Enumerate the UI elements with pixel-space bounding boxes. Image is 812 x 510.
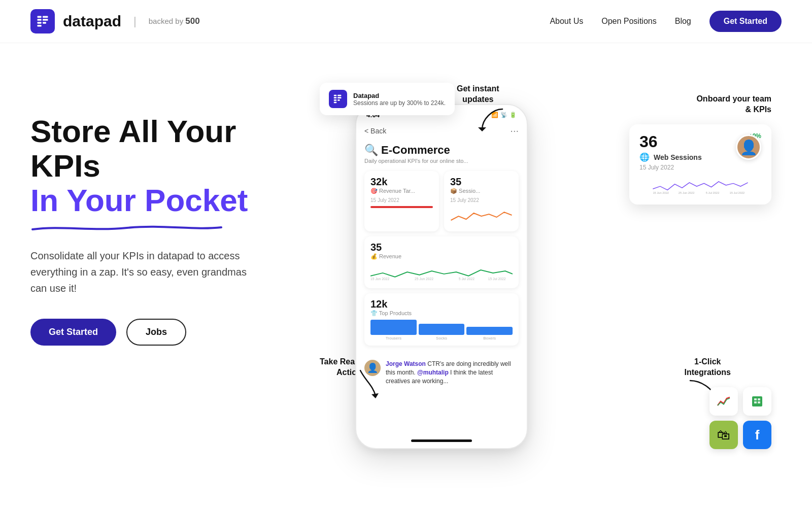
kpi-value-revenue: 35 <box>370 242 513 253</box>
kpi-label-1: 📦 Sessio... <box>450 188 513 194</box>
logo-text: datapad <box>63 13 121 30</box>
kpi-label-revenue: 💰 Revenue <box>370 253 513 260</box>
nav-open-positions[interactable]: Open Positions <box>601 17 657 26</box>
ecom-desc: Daily operational KPI's for our online s… <box>364 158 519 164</box>
svg-rect-3 <box>38 25 42 27</box>
datapad-logo-svg <box>36 14 50 28</box>
hero-title-line1: Store All Your KPIs <box>30 114 294 183</box>
nav-get-started-button[interactable]: Get Started <box>709 11 782 32</box>
nav-divider: | <box>133 15 137 28</box>
kpi-value-products: 12k <box>370 298 513 310</box>
annotation-onboard: Onboard your team& KPIs <box>696 94 771 115</box>
int-card-sheets <box>743 387 771 416</box>
sheets-icon <box>749 393 765 410</box>
hero-title-line2: In Your Pocket <box>30 183 294 218</box>
hero-buttons: Get Started Jobs <box>30 319 294 346</box>
kpi-date-1: 15 July 2022 <box>450 197 513 203</box>
svg-rect-0 <box>38 16 42 18</box>
kd-title: Web Sessions <box>654 153 702 161</box>
svg-rect-2 <box>38 22 42 23</box>
svg-rect-13 <box>334 99 337 101</box>
kpi-label-0: 🎯 Revenue Tar... <box>370 188 433 194</box>
kpi-grid: 32k 🎯 Revenue Tar... 15 July 2022 35 📦 S… <box>364 171 519 231</box>
kd-sparkline-chart: 15 Jun 2022 25 Jun 2022 5 Jul 2022 15 Ju… <box>639 176 761 194</box>
svg-rect-15 <box>337 95 341 96</box>
kpi-date-0: 15 July 2022 <box>370 197 433 203</box>
svg-rect-5 <box>43 19 48 21</box>
svg-text:25 Jun 2022: 25 Jun 2022 <box>679 191 695 194</box>
svg-text:15 Jun 2022: 15 Jun 2022 <box>653 191 669 194</box>
svg-rect-16 <box>337 97 341 98</box>
svg-rect-32 <box>758 401 760 403</box>
hero-description: Consolidate all your KPIs in datapad to … <box>30 248 264 296</box>
svg-rect-30 <box>758 398 760 400</box>
kpi-card-revenue: 35 💰 Revenue 15 Jun 2022 25 Jun 2022 5 J… <box>364 236 519 288</box>
int-card-facebook: f <box>743 421 771 449</box>
nav-right: About Us Open Positions Blog Get Started <box>550 11 782 32</box>
int-card-analytics <box>709 387 738 416</box>
kpi-bar-0 <box>370 206 433 208</box>
svg-rect-14 <box>334 102 337 104</box>
kpi-value-0: 32k <box>370 176 433 188</box>
svg-text:25 Jun 2022: 25 Jun 2022 <box>415 277 433 281</box>
svg-rect-11 <box>334 95 337 96</box>
svg-rect-29 <box>754 398 757 400</box>
nav-left: datapad | backed by 500 <box>30 9 200 33</box>
svg-rect-28 <box>752 396 762 406</box>
kpi-label-products: 👕 Top Products <box>370 310 513 317</box>
backed-by-text: backed by 500 <box>149 16 200 26</box>
annotation-integrations: 1-ClickIntegrations <box>684 357 731 378</box>
hero-left: Store All Your KPIs In Your Pocket Conso… <box>30 74 294 346</box>
kd-date: 15 July 2022 <box>639 164 761 171</box>
comment-text: Jorge Watson CTR's are doing incredibly … <box>386 360 519 385</box>
svg-text:15 Jul 2022: 15 Jul 2022 <box>488 277 506 281</box>
svg-text:15 Jun 2022: 15 Jun 2022 <box>370 277 389 281</box>
svg-rect-4 <box>43 16 48 18</box>
svg-text:5 Jul 2022: 5 Jul 2022 <box>706 191 720 194</box>
notif-logo-icon <box>332 93 344 105</box>
navbar: datapad | backed by 500 About Us Open Po… <box>0 0 812 43</box>
hero-section: Store All Your KPIs In Your Pocket Conso… <box>0 43 812 490</box>
kd-value: 36 <box>639 132 658 151</box>
phone-bottom-bar <box>411 439 472 442</box>
logo-icon <box>30 9 55 33</box>
kpi-value-1: 35 <box>450 176 513 188</box>
nav-about[interactable]: About Us <box>550 17 583 26</box>
svg-rect-31 <box>754 401 757 403</box>
top-products-bars: Trousers Socks Boxers <box>370 320 513 341</box>
integrations-grid: 🛍 f <box>709 387 771 449</box>
hero-right: Get instantupdates Onboard your team& KP… <box>315 74 782 490</box>
ecom-title: 🔍 E-Commerce <box>364 144 519 157</box>
kd-icon: 🌐 <box>639 152 650 162</box>
phone-back-button[interactable]: < Back <box>364 127 386 135</box>
svg-marker-7 <box>478 127 486 131</box>
notif-desc: Sessions are up by 300% to 224k. <box>353 99 446 107</box>
onboard-avatar: 👤 <box>736 134 761 160</box>
notification-card: Datapad Sessions are up by 300% to 224k. <box>320 83 455 115</box>
svg-rect-17 <box>337 99 340 101</box>
notif-title: Datapad <box>353 92 446 99</box>
arrow-realtime <box>355 368 386 398</box>
annotation-instant-updates: Get instantupdates <box>457 84 499 105</box>
kpi-sparkline-1 <box>450 206 513 224</box>
svg-rect-6 <box>43 22 46 23</box>
kpi-card-0: 32k 🎯 Revenue Tar... 15 July 2022 <box>364 171 439 231</box>
notif-app-icon <box>329 90 347 108</box>
kpi-sparkline-revenue: 15 Jun 2022 25 Jun 2022 5 Jul 2022 15 Ju… <box>370 263 513 281</box>
svg-rect-12 <box>334 97 337 98</box>
arrow-instant-updates <box>472 104 513 134</box>
svg-text:15 Jul 2022: 15 Jul 2022 <box>730 191 745 194</box>
nav-blog[interactable]: Blog <box>675 17 691 26</box>
svg-marker-9 <box>371 393 379 398</box>
hero-jobs-button[interactable]: Jobs <box>126 319 186 346</box>
hero-underline-decoration <box>30 224 223 231</box>
notif-text-block: Datapad Sessions are up by 300% to 224k. <box>353 92 446 107</box>
kpi-card-1: 35 📦 Sessio... 15 July 2022 <box>444 171 519 231</box>
kpi-card-products: 12k 👕 Top Products Trousers Socks <box>364 293 519 346</box>
analytics-icon <box>716 393 732 410</box>
hero-get-started-button[interactable]: Get Started <box>30 319 116 346</box>
phone-content: 🔍 E-Commerce Daily operational KPI's for… <box>356 140 527 355</box>
svg-rect-1 <box>38 19 42 21</box>
svg-text:5 Jul 2022: 5 Jul 2022 <box>459 277 475 281</box>
comment-author: Jorge Watson <box>386 360 426 367</box>
